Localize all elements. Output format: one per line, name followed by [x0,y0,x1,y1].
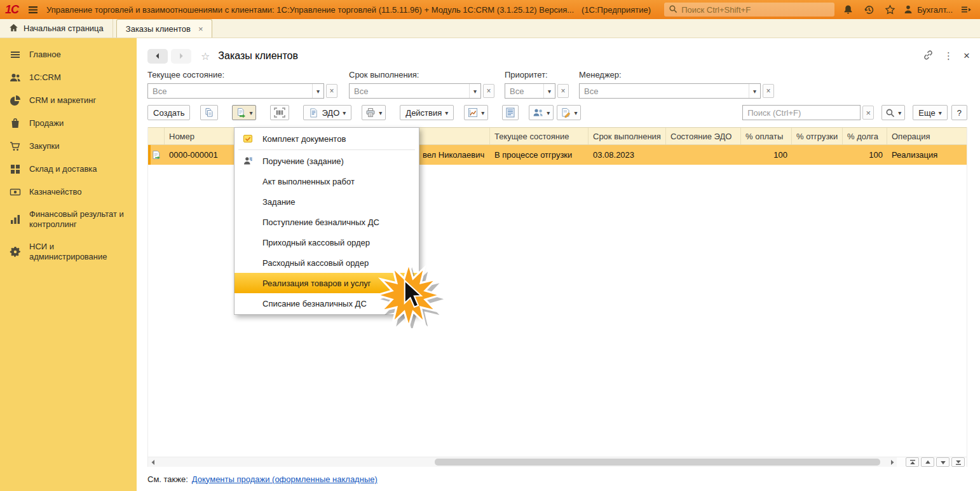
menu-item-cash-expense-order[interactable]: Расходный кассовый ордер [235,252,419,273]
people-icon [533,107,543,118]
edit-document-button[interactable]: ▾ [557,105,581,120]
go-to-top-button[interactable] [906,457,919,467]
sidebar-item-crm-marketing[interactable]: CRM и маркетинг [0,89,137,112]
menu-item-task[interactable]: Задание [235,191,419,212]
filter-clear-button[interactable]: × [557,84,569,98]
filters-row: Текущее состояние: Все ▾ × Срок выполнен… [147,70,980,99]
link-icon[interactable] [923,50,934,62]
sidebar-item-sales[interactable]: Продажи [0,112,137,135]
search-icon [669,4,677,15]
help-button[interactable]: ? [951,105,967,120]
pie-chart-icon [10,95,21,106]
list-toolbar: Создать ▾ ЭДО ▾ [147,104,980,121]
barcode-scanner-icon [274,107,285,118]
filter-current-state-combobox[interactable]: Все ▾ [147,83,324,99]
list-search-input[interactable] [743,108,860,118]
menu-item-document-set[interactable]: Комплект документов [235,128,419,149]
gear-icon [10,246,21,258]
create-button[interactable]: Создать [147,105,190,120]
create-based-on-icon [236,107,246,118]
cell-due: 03.08.2023 [589,145,666,165]
sales-documents-link[interactable]: Документы продажи (оформленные накладные… [192,474,378,484]
tab-close-icon[interactable]: × [198,24,203,34]
report-list-icon [506,107,515,118]
menu-item-completed-work-act[interactable]: Акт выполненных работ [235,171,419,191]
scroll-left-icon[interactable] [148,457,158,467]
chart-button[interactable]: ▾ [464,105,488,120]
go-down-button[interactable] [936,457,949,467]
menu-item-cashless-writeoff[interactable]: Списание безналичных ДС [235,293,419,314]
menu-item-cash-receipt-order[interactable]: Приходный кассовый ордер [235,232,419,252]
search-clear-button[interactable]: × [862,106,874,120]
scrollbar-thumb[interactable] [435,459,880,466]
user-icon [903,4,913,15]
column-due[interactable]: Срок выполнения [589,128,666,144]
forward-button[interactable] [171,49,191,64]
filter-clear-button[interactable]: × [763,84,774,98]
filter-clear-button[interactable]: × [326,84,337,98]
sidebar-item-warehouse[interactable]: Склад и доставка [0,158,137,181]
create-based-on-button[interactable]: ▾ [232,105,256,120]
sidebar-item-main[interactable]: Главное [0,43,137,66]
column-shipped[interactable]: % отгрузки [792,128,843,144]
go-to-bottom-button[interactable] [951,457,965,467]
tab-home[interactable]: Начальная страница [0,19,113,38]
edo-button[interactable]: ЭДО ▾ [303,105,351,120]
sidebar-item-administration[interactable]: НСИ и администрирование [0,236,137,268]
boxes-icon [10,163,21,175]
column-debt[interactable]: % долга [843,128,887,144]
home-icon [9,23,18,34]
close-form-icon[interactable]: × [963,50,970,62]
copy-document-button[interactable] [200,105,218,120]
menu-item-goods-sale[interactable]: Реализация товаров и услуг [235,273,419,293]
column-icon[interactable] [148,128,165,144]
chevron-down-icon: ▾ [574,109,577,116]
panel-settings-icon[interactable] [958,1,974,18]
history-icon[interactable] [861,1,876,18]
menu-item-incoming-cashless[interactable]: Поступление безналичных ДС [235,212,419,232]
menu-item-assignment[interactable]: Поручение (задание) [235,151,419,171]
actions-button[interactable]: Действия ▾ [400,105,454,120]
column-edo[interactable]: Состояние ЭДО [666,128,741,144]
notifications-bell-icon[interactable] [840,1,855,18]
favorites-star-icon[interactable] [882,1,897,18]
print-button[interactable]: ▾ [362,105,386,120]
scrollbar-track[interactable] [158,457,887,467]
search-icon [885,108,895,118]
column-operation[interactable]: Операция [887,128,967,144]
column-paid[interactable]: % оплаты [741,128,792,144]
document-check-icon [243,134,258,144]
contacts-button[interactable]: ▾ [529,105,554,120]
favorite-star-icon[interactable]: ☆ [201,50,210,62]
back-button[interactable] [147,49,168,64]
report-button[interactable] [502,105,519,120]
tab-customer-orders[interactable]: Заказы клиентов × [116,19,213,38]
advanced-search-button[interactable]: ▾ [881,105,905,120]
sidebar-item-treasury[interactable]: Казначейство [0,181,137,204]
chevron-down-icon[interactable]: ▾ [312,84,323,98]
barcode-scanner-button[interactable] [270,105,289,120]
main-menu-button[interactable] [25,1,41,18]
sidebar-item-financial-result[interactable]: Финансовый результат и контроллинг [0,204,137,236]
global-search-input[interactable] [681,5,830,15]
filter-manager-combobox[interactable]: Все ▾ [579,83,761,99]
current-user[interactable]: Бухгалт... [903,4,953,15]
sidebar-item-purchases[interactable]: Закупки [0,135,137,158]
arrow-right-icon [177,52,185,60]
chevron-down-icon[interactable]: ▾ [749,84,760,98]
more-button[interactable]: Еще ▾ [913,105,947,120]
menu-separator [238,149,415,150]
filter-due-date-combobox[interactable]: Все ▾ [349,83,481,99]
scroll-right-icon[interactable] [887,457,897,467]
column-state[interactable]: Текущее состояние [490,128,589,144]
chevron-down-icon[interactable]: ▾ [469,84,480,98]
more-options-kebab-icon[interactable]: ⋮ [944,50,953,62]
filter-priority-combobox[interactable]: Все ▾ [505,83,555,99]
filter-clear-button[interactable]: × [483,84,494,98]
chevron-down-icon[interactable]: ▾ [543,84,555,98]
sidebar-item-1c-crm[interactable]: 1С:CRM [0,66,137,89]
chart-icon [468,107,478,118]
cell-shipped [792,145,843,165]
bar-chart-icon [10,214,21,225]
go-up-button[interactable] [921,457,934,467]
